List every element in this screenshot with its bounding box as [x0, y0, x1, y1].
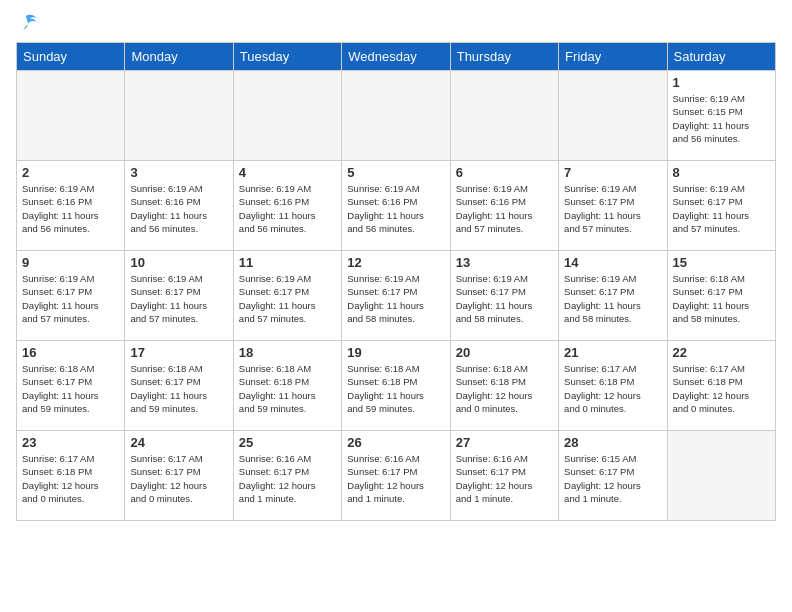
calendar-cell: 20Sunrise: 6:18 AM Sunset: 6:18 PM Dayli… [450, 341, 558, 431]
weekday-header-thursday: Thursday [450, 43, 558, 71]
day-number: 12 [347, 255, 444, 270]
day-info: Sunrise: 6:18 AM Sunset: 6:18 PM Dayligh… [347, 362, 444, 415]
weekday-header-friday: Friday [559, 43, 667, 71]
calendar-cell: 23Sunrise: 6:17 AM Sunset: 6:18 PM Dayli… [17, 431, 125, 521]
calendar-cell [450, 71, 558, 161]
day-info: Sunrise: 6:19 AM Sunset: 6:17 PM Dayligh… [456, 272, 553, 325]
calendar-cell: 5Sunrise: 6:19 AM Sunset: 6:16 PM Daylig… [342, 161, 450, 251]
day-info: Sunrise: 6:19 AM Sunset: 6:17 PM Dayligh… [130, 272, 227, 325]
day-number: 8 [673, 165, 770, 180]
day-info: Sunrise: 6:19 AM Sunset: 6:16 PM Dayligh… [239, 182, 336, 235]
calendar-cell [559, 71, 667, 161]
calendar-cell: 14Sunrise: 6:19 AM Sunset: 6:17 PM Dayli… [559, 251, 667, 341]
calendar-cell: 11Sunrise: 6:19 AM Sunset: 6:17 PM Dayli… [233, 251, 341, 341]
day-number: 14 [564, 255, 661, 270]
day-number: 7 [564, 165, 661, 180]
day-info: Sunrise: 6:19 AM Sunset: 6:16 PM Dayligh… [456, 182, 553, 235]
day-info: Sunrise: 6:19 AM Sunset: 6:16 PM Dayligh… [130, 182, 227, 235]
day-number: 26 [347, 435, 444, 450]
calendar-cell: 26Sunrise: 6:16 AM Sunset: 6:17 PM Dayli… [342, 431, 450, 521]
day-number: 5 [347, 165, 444, 180]
day-info: Sunrise: 6:18 AM Sunset: 6:17 PM Dayligh… [22, 362, 119, 415]
weekday-header-sunday: Sunday [17, 43, 125, 71]
calendar-cell: 13Sunrise: 6:19 AM Sunset: 6:17 PM Dayli… [450, 251, 558, 341]
day-info: Sunrise: 6:19 AM Sunset: 6:17 PM Dayligh… [239, 272, 336, 325]
calendar-cell [125, 71, 233, 161]
calendar-cell: 3Sunrise: 6:19 AM Sunset: 6:16 PM Daylig… [125, 161, 233, 251]
page-header [16, 16, 776, 34]
day-info: Sunrise: 6:19 AM Sunset: 6:17 PM Dayligh… [564, 182, 661, 235]
day-info: Sunrise: 6:16 AM Sunset: 6:17 PM Dayligh… [239, 452, 336, 505]
calendar-cell: 17Sunrise: 6:18 AM Sunset: 6:17 PM Dayli… [125, 341, 233, 431]
weekday-header-wednesday: Wednesday [342, 43, 450, 71]
day-info: Sunrise: 6:15 AM Sunset: 6:17 PM Dayligh… [564, 452, 661, 505]
calendar-cell: 1Sunrise: 6:19 AM Sunset: 6:15 PM Daylig… [667, 71, 775, 161]
day-number: 24 [130, 435, 227, 450]
logo-bird-icon [18, 12, 40, 34]
calendar-cell: 8Sunrise: 6:19 AM Sunset: 6:17 PM Daylig… [667, 161, 775, 251]
day-info: Sunrise: 6:18 AM Sunset: 6:17 PM Dayligh… [673, 272, 770, 325]
calendar-cell: 19Sunrise: 6:18 AM Sunset: 6:18 PM Dayli… [342, 341, 450, 431]
day-number: 21 [564, 345, 661, 360]
day-number: 10 [130, 255, 227, 270]
day-info: Sunrise: 6:18 AM Sunset: 6:17 PM Dayligh… [130, 362, 227, 415]
day-info: Sunrise: 6:16 AM Sunset: 6:17 PM Dayligh… [456, 452, 553, 505]
weekday-header-tuesday: Tuesday [233, 43, 341, 71]
calendar-cell: 10Sunrise: 6:19 AM Sunset: 6:17 PM Dayli… [125, 251, 233, 341]
calendar-cell [667, 431, 775, 521]
day-number: 20 [456, 345, 553, 360]
day-number: 19 [347, 345, 444, 360]
day-number: 13 [456, 255, 553, 270]
day-info: Sunrise: 6:19 AM Sunset: 6:17 PM Dayligh… [347, 272, 444, 325]
calendar-cell: 12Sunrise: 6:19 AM Sunset: 6:17 PM Dayli… [342, 251, 450, 341]
day-number: 2 [22, 165, 119, 180]
day-number: 3 [130, 165, 227, 180]
calendar-cell: 16Sunrise: 6:18 AM Sunset: 6:17 PM Dayli… [17, 341, 125, 431]
day-info: Sunrise: 6:17 AM Sunset: 6:18 PM Dayligh… [673, 362, 770, 415]
day-info: Sunrise: 6:19 AM Sunset: 6:17 PM Dayligh… [673, 182, 770, 235]
calendar-cell: 15Sunrise: 6:18 AM Sunset: 6:17 PM Dayli… [667, 251, 775, 341]
calendar-cell [342, 71, 450, 161]
day-info: Sunrise: 6:19 AM Sunset: 6:15 PM Dayligh… [673, 92, 770, 145]
day-number: 23 [22, 435, 119, 450]
calendar-cell: 6Sunrise: 6:19 AM Sunset: 6:16 PM Daylig… [450, 161, 558, 251]
day-info: Sunrise: 6:19 AM Sunset: 6:16 PM Dayligh… [347, 182, 444, 235]
calendar-cell: 21Sunrise: 6:17 AM Sunset: 6:18 PM Dayli… [559, 341, 667, 431]
calendar-cell: 28Sunrise: 6:15 AM Sunset: 6:17 PM Dayli… [559, 431, 667, 521]
day-number: 22 [673, 345, 770, 360]
day-number: 15 [673, 255, 770, 270]
day-info: Sunrise: 6:19 AM Sunset: 6:17 PM Dayligh… [564, 272, 661, 325]
calendar-cell: 4Sunrise: 6:19 AM Sunset: 6:16 PM Daylig… [233, 161, 341, 251]
calendar-cell [233, 71, 341, 161]
day-info: Sunrise: 6:19 AM Sunset: 6:17 PM Dayligh… [22, 272, 119, 325]
calendar-cell: 7Sunrise: 6:19 AM Sunset: 6:17 PM Daylig… [559, 161, 667, 251]
calendar-cell [17, 71, 125, 161]
logo [16, 16, 40, 34]
calendar-cell: 24Sunrise: 6:17 AM Sunset: 6:17 PM Dayli… [125, 431, 233, 521]
calendar-cell: 9Sunrise: 6:19 AM Sunset: 6:17 PM Daylig… [17, 251, 125, 341]
day-number: 27 [456, 435, 553, 450]
day-number: 28 [564, 435, 661, 450]
day-info: Sunrise: 6:18 AM Sunset: 6:18 PM Dayligh… [456, 362, 553, 415]
day-number: 25 [239, 435, 336, 450]
day-info: Sunrise: 6:18 AM Sunset: 6:18 PM Dayligh… [239, 362, 336, 415]
day-info: Sunrise: 6:17 AM Sunset: 6:17 PM Dayligh… [130, 452, 227, 505]
day-number: 4 [239, 165, 336, 180]
day-number: 18 [239, 345, 336, 360]
day-number: 17 [130, 345, 227, 360]
weekday-header-saturday: Saturday [667, 43, 775, 71]
calendar-cell: 22Sunrise: 6:17 AM Sunset: 6:18 PM Dayli… [667, 341, 775, 431]
calendar-cell: 27Sunrise: 6:16 AM Sunset: 6:17 PM Dayli… [450, 431, 558, 521]
day-number: 1 [673, 75, 770, 90]
weekday-header-monday: Monday [125, 43, 233, 71]
calendar-table: SundayMondayTuesdayWednesdayThursdayFrid… [16, 42, 776, 521]
day-number: 16 [22, 345, 119, 360]
calendar-cell: 25Sunrise: 6:16 AM Sunset: 6:17 PM Dayli… [233, 431, 341, 521]
day-info: Sunrise: 6:16 AM Sunset: 6:17 PM Dayligh… [347, 452, 444, 505]
day-info: Sunrise: 6:19 AM Sunset: 6:16 PM Dayligh… [22, 182, 119, 235]
day-number: 6 [456, 165, 553, 180]
day-info: Sunrise: 6:17 AM Sunset: 6:18 PM Dayligh… [564, 362, 661, 415]
calendar-cell: 18Sunrise: 6:18 AM Sunset: 6:18 PM Dayli… [233, 341, 341, 431]
calendar-cell: 2Sunrise: 6:19 AM Sunset: 6:16 PM Daylig… [17, 161, 125, 251]
day-number: 11 [239, 255, 336, 270]
